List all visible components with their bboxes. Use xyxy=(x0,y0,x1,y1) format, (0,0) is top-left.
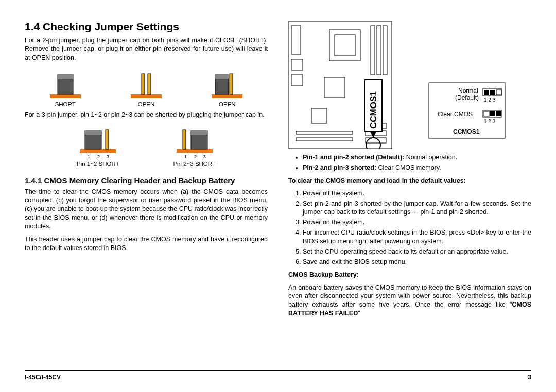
procedure-title: To clear the CMOS memory and load in the… xyxy=(288,176,531,185)
svg-text:Normal: Normal xyxy=(458,87,478,94)
svg-text:1: 1 xyxy=(88,154,90,159)
jumper-2pin-row: SHORT OPEN OPEN xyxy=(25,69,268,108)
svg-text:1 2 3: 1 2 3 xyxy=(484,119,496,124)
svg-rect-11 xyxy=(106,130,109,149)
pin-description-list: Pin-1 and pin-2 shorted (Default): Norma… xyxy=(288,153,531,172)
motherboard-diagram: CCMOS1 xyxy=(288,21,422,149)
svg-rect-0 xyxy=(50,94,81,98)
jumper-label: OPEN xyxy=(128,101,164,108)
svg-rect-13 xyxy=(85,131,101,135)
jumper-label: Pin 1~2 SHORT xyxy=(75,161,121,167)
svg-rect-2 xyxy=(58,75,73,79)
cmos-para1: The time to clear the CMOS memory occurs… xyxy=(25,188,268,231)
svg-rect-9 xyxy=(215,75,229,79)
jumper-label: OPEN xyxy=(209,101,245,108)
svg-text:1: 1 xyxy=(184,154,187,159)
svg-text:3: 3 xyxy=(203,154,206,159)
svg-text:2: 2 xyxy=(194,154,197,159)
svg-rect-18 xyxy=(183,130,186,149)
backup-paragraph: An onboard battery saves the CMOS memory… xyxy=(288,283,531,318)
svg-rect-51 xyxy=(490,90,495,95)
list-item: Power on the system. xyxy=(303,218,531,227)
list-item: Save and exit the BIOS setup menu. xyxy=(303,258,531,266)
jumper-pin12-icon: 1 2 3 xyxy=(75,127,121,159)
bullet-text: Clear CMOS memory. xyxy=(376,164,441,171)
jumper-label: Pin 2~3 SHORT xyxy=(171,161,218,167)
intro-3pin: For a 3-pin jumper, pin 1~2 or pin 2~3 c… xyxy=(25,111,268,119)
procedure-steps: Power off the system. Set pin-2 and pin-… xyxy=(288,189,531,266)
svg-text:CCMOS1: CCMOS1 xyxy=(369,91,378,129)
bullet-text: Normal operation. xyxy=(404,154,457,161)
footer-page-number: 3 xyxy=(528,373,531,381)
subsection-heading: 1.4.1 CMOS Memory Clearing Header and Ba… xyxy=(25,176,268,185)
page-footer: I-45C/I-45CV 3 xyxy=(25,370,531,381)
svg-text:(Default): (Default) xyxy=(455,94,479,101)
jumper-label: SHORT xyxy=(47,101,83,108)
jumper-short-icon xyxy=(47,69,83,100)
jumper-pin23-icon: 1 2 3 xyxy=(171,127,218,159)
list-item: Set pin-2 and pin-3 shorted by the jumpe… xyxy=(303,200,531,217)
bullet-bold: Pin-2 and pin-3 shorted: xyxy=(303,164,376,171)
svg-rect-57 xyxy=(490,111,495,116)
list-item: For incorrect CPU ratio/clock settings i… xyxy=(303,228,531,246)
svg-rect-7 xyxy=(230,74,233,94)
section-heading: 1.4 Checking Jumper Settings xyxy=(25,21,268,33)
svg-rect-5 xyxy=(148,74,151,94)
jumper-open2-icon xyxy=(209,69,245,100)
svg-rect-50 xyxy=(484,90,489,95)
svg-text:2: 2 xyxy=(97,154,100,159)
svg-rect-3 xyxy=(131,94,162,98)
svg-text:3: 3 xyxy=(107,154,109,159)
svg-rect-17 xyxy=(177,149,213,153)
svg-text:1 2 3: 1 2 3 xyxy=(484,97,496,103)
intro-2pin: For a 2-pin jumper, plug the jumper cap … xyxy=(25,36,268,62)
footer-model: I-45C/I-45CV xyxy=(25,373,61,381)
svg-text:Clear CMOS: Clear CMOS xyxy=(438,111,473,118)
cmos-para2: This header uses a jumper cap to clear t… xyxy=(25,235,268,253)
jumper-open-icon xyxy=(128,69,164,100)
svg-rect-20 xyxy=(191,131,207,135)
ccmos-legend: Normal (Default) 1 2 3 Clear CMOS 1 2 3 … xyxy=(428,82,506,139)
svg-text:CCMOS1: CCMOS1 xyxy=(453,128,480,135)
bullet-bold: Pin-1 and pin-2 shorted (Default): xyxy=(303,154,404,161)
svg-rect-6 xyxy=(212,94,242,98)
jumper-3pin-row: 1 2 3 Pin 1~2 SHORT 1 2 3 Pin 2~3 SHORT xyxy=(25,127,268,167)
backup-title: CMOS Backup Battery: xyxy=(288,271,531,279)
svg-rect-58 xyxy=(496,111,501,116)
list-item: Set the CPU operating speed back to its … xyxy=(303,247,531,256)
svg-rect-4 xyxy=(142,74,145,94)
svg-rect-10 xyxy=(80,149,116,153)
list-item: Power off the system. xyxy=(303,189,531,198)
